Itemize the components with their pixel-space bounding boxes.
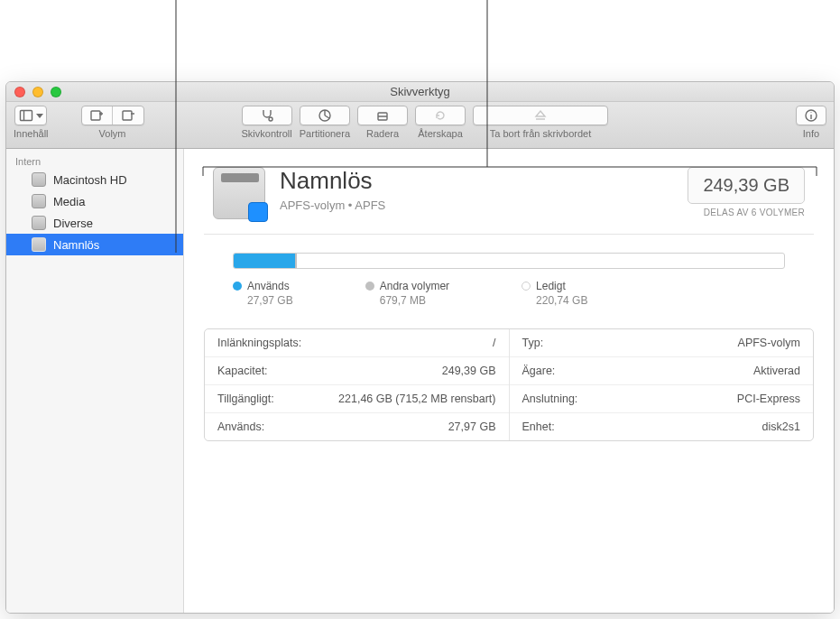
main-pane: Namnlös APFS-volym • APFS 249,39 GB DELA… <box>184 149 834 613</box>
table-row: Används:27,97 GB <box>205 413 509 440</box>
legend-dot-free <box>522 282 531 291</box>
info-label: Info <box>803 128 819 139</box>
details-right: Typ:APFS-volym Ägare:Aktiverad Anslutnin… <box>510 329 814 440</box>
table-row: Kapacitet:249,39 GB <box>205 357 509 385</box>
erase-label: Radera <box>366 128 399 139</box>
info-group: Info <box>796 106 826 148</box>
svg-point-12 <box>269 117 272 121</box>
volume-icon <box>32 237 46 252</box>
sidebar-item-label: Media <box>53 195 85 208</box>
partition-group: Partitionera <box>300 106 350 148</box>
volume-header: Namnlös APFS-volym • APFS 249,39 GB DELA… <box>184 149 834 234</box>
volume-shared-note: DELAS AV 6 VOLYMER <box>688 208 805 217</box>
table-row: Tillgängligt:221,46 GB (715,2 MB rensbar… <box>205 385 509 413</box>
legend-free: Ledigt 220,74 GB <box>522 280 587 307</box>
info-button[interactable] <box>796 106 826 125</box>
volume-icon <box>32 172 46 187</box>
sidebar-item-label: Macintosh HD <box>53 173 127 187</box>
volume-icon <box>32 194 46 208</box>
erase-icon <box>375 108 390 123</box>
first-aid-label: Skivkontroll <box>242 128 292 139</box>
finder-badge-icon <box>248 202 268 222</box>
sidebar-item-label: Namnlös <box>53 238 99 252</box>
info-icon <box>804 108 818 123</box>
svg-line-15 <box>325 115 329 118</box>
volume-icon <box>32 216 46 230</box>
volume-title-block: Namnlös APFS-volym • APFS <box>280 167 385 212</box>
unmount-label: Ta bort från skrivbordet <box>490 128 592 139</box>
toolbar: Innehåll Volym Skivkontroll <box>6 102 834 149</box>
legend-other: Andra volymer 679,7 MB <box>365 280 449 307</box>
window-title: Skivverktyg <box>6 85 834 98</box>
erase-group: Radera <box>357 106 408 148</box>
sidebar-item-label: Diverse <box>53 217 93 230</box>
volume-remove-button[interactable] <box>113 106 143 125</box>
sidebar-item-macintosh-hd[interactable]: Macintosh HD <box>6 169 183 190</box>
toolbar-view-group: Innehåll <box>14 106 49 148</box>
volume-large-icon <box>213 167 265 219</box>
partition-button[interactable] <box>300 106 350 125</box>
volume-size-block: 249,39 GB DELAS AV 6 VOLYMER <box>688 167 805 217</box>
titlebar: Skivverktyg <box>6 82 834 102</box>
table-row: Typ:APFS-volym <box>510 329 814 357</box>
stethoscope-icon <box>260 108 274 123</box>
usage-seg-other <box>295 254 297 268</box>
svg-rect-7 <box>91 111 100 120</box>
details-left: Inlänkningsplats:/ Kapacitet:249,39 GB T… <box>205 329 510 440</box>
sidebar-item-namnlos[interactable]: Namnlös <box>6 234 183 255</box>
table-row: Ägare:Aktiverad <box>510 357 814 385</box>
usage-legend: Används 27,97 GB Andra volymer 679,7 MB … <box>233 280 785 307</box>
volume-name: Namnlös <box>280 167 385 195</box>
pie-icon <box>318 108 332 123</box>
legend-dot-other <box>365 282 374 291</box>
view-label: Innehåll <box>14 128 49 139</box>
toolbar-center: Skivkontroll Partitionera Radera Återska… <box>242 106 609 148</box>
legend-other-label: Andra volymer <box>380 280 449 292</box>
sidebar-section-label: Intern <box>6 152 183 169</box>
erase-button[interactable] <box>357 106 408 125</box>
sidebar-toggle-icon[interactable] <box>15 106 46 125</box>
restore-icon <box>433 108 448 123</box>
unmount-button[interactable] <box>473 106 608 125</box>
svg-rect-5 <box>20 111 32 121</box>
sidebar: Intern Macintosh HD Media Diverse Namnlö… <box>6 149 184 613</box>
usage-section: Används 27,97 GB Andra volymer 679,7 MB … <box>204 234 814 307</box>
legend-used-label: Används <box>247 280 290 292</box>
volume-add-button[interactable] <box>82 106 113 125</box>
legend-free-value: 220,74 GB <box>522 294 587 307</box>
restore-group: Återskapa <box>415 106 466 148</box>
table-row: Enhet:disk2s1 <box>510 413 814 440</box>
legend-other-value: 679,7 MB <box>365 294 449 307</box>
legend-used-value: 27,97 GB <box>233 294 293 307</box>
first-aid-button[interactable] <box>242 106 292 125</box>
restore-label: Återskapa <box>418 128 463 139</box>
svg-point-21 <box>810 112 811 113</box>
restore-button[interactable] <box>415 106 466 125</box>
eject-icon <box>533 108 548 123</box>
table-row: Anslutning:PCI-Express <box>510 385 814 413</box>
legend-free-label: Ledigt <box>536 280 566 292</box>
view-button[interactable] <box>14 106 47 125</box>
content-body: Intern Macintosh HD Media Diverse Namnlö… <box>6 149 834 613</box>
volume-size: 249,39 GB <box>688 167 805 204</box>
volume-buttons <box>81 106 144 125</box>
legend-used: Används 27,97 GB <box>233 280 293 307</box>
details-table: Inlänkningsplats:/ Kapacitet:249,39 GB T… <box>204 328 814 441</box>
sidebar-item-diverse[interactable]: Diverse <box>6 212 183 234</box>
partition-label: Partitionera <box>300 128 350 139</box>
volume-subtitle: APFS-volym • APFS <box>280 199 385 212</box>
chevron-down-icon <box>36 114 43 118</box>
volume-label: Volym <box>99 128 126 139</box>
table-row: Inlänkningsplats:/ <box>205 329 509 357</box>
usage-seg-used <box>234 254 295 268</box>
window: Skivverktyg Innehåll Volym <box>5 81 835 614</box>
first-aid-group: Skivkontroll <box>242 106 292 148</box>
svg-rect-10 <box>123 111 132 120</box>
sidebar-item-media[interactable]: Media <box>6 190 183 212</box>
legend-dot-used <box>233 282 242 291</box>
unmount-group: Ta bort från skrivbordet <box>473 106 608 148</box>
usage-bar <box>233 253 785 269</box>
toolbar-volume-group: Volym <box>81 106 144 148</box>
